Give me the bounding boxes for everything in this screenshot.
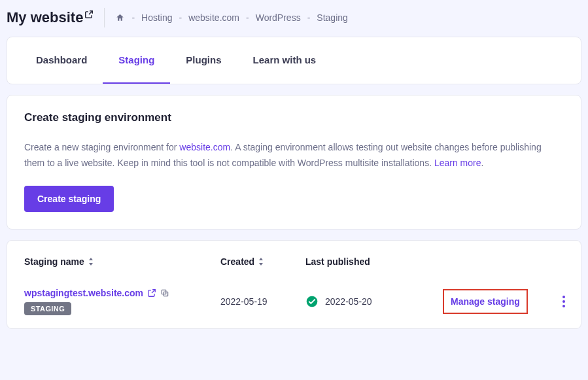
copy-icon[interactable] [160,288,169,298]
check-circle-icon [305,295,319,308]
panel-period: . [481,158,484,168]
tab-staging[interactable]: Staging [103,37,170,84]
col-created-label: Created [220,256,254,267]
created-date: 2022-05-19 [220,296,305,307]
col-created[interactable]: Created [220,256,305,267]
staging-badge: STAGING [24,302,71,315]
tabs-card: Dashboard Staging Plugins Learn with us [7,37,581,84]
external-link-icon[interactable] [147,288,156,298]
published-date: 2022-05-20 [325,296,372,307]
breadcrumb-item[interactable]: website.com [188,12,239,23]
col-published: Last published [305,256,443,267]
col-name[interactable]: Staging name [24,256,220,267]
breadcrumb-sep: - [179,12,182,23]
site-link[interactable]: website.com [179,142,230,152]
row-actions-menu[interactable] [554,292,574,311]
breadcrumb-item[interactable]: Staging [317,12,347,23]
sort-icon [258,258,264,266]
breadcrumb-sep: - [307,12,311,23]
staging-table: Staging name Created Last published wpst… [7,240,581,329]
tab-dashboard[interactable]: Dashboard [20,37,103,84]
site-title-text: My website [7,9,83,26]
panel-description: Create a new staging environment for web… [24,140,564,171]
staging-url-link[interactable]: wpstagingtest.website.com [24,288,143,298]
manage-staging-link[interactable]: Manage staging [451,296,520,307]
table-row: wpstagingtest.website.com STAGING 2022-0… [24,279,564,315]
tabs: Dashboard Staging Plugins Learn with us [7,37,581,84]
tab-plugins[interactable]: Plugins [170,37,237,84]
tab-learn[interactable]: Learn with us [237,37,332,84]
table-header: Staging name Created Last published [24,252,564,279]
create-staging-panel: Create staging environment Create a new … [7,95,581,230]
external-link-icon [84,10,94,19]
breadcrumb-sep: - [131,12,135,23]
breadcrumb-item[interactable]: Hosting [141,12,172,23]
site-title[interactable]: My website [7,9,94,26]
home-icon[interactable] [115,13,125,22]
create-staging-button[interactable]: Create staging [24,186,114,212]
breadcrumb: - Hosting - website.com - WordPress - St… [115,12,347,23]
panel-heading: Create staging environment [24,111,564,124]
col-name-label: Staging name [24,256,84,267]
published-cell: 2022-05-20 [305,295,443,308]
manage-highlight: Manage staging [443,289,528,314]
sort-icon [88,258,94,266]
breadcrumb-sep: - [246,12,249,23]
divider [104,8,105,27]
learn-more-link[interactable]: Learn more [434,158,481,168]
breadcrumb-item[interactable]: WordPress [256,12,301,23]
col-published-label: Last published [305,256,370,267]
panel-text-pre: Create a new staging environment for [24,142,179,152]
